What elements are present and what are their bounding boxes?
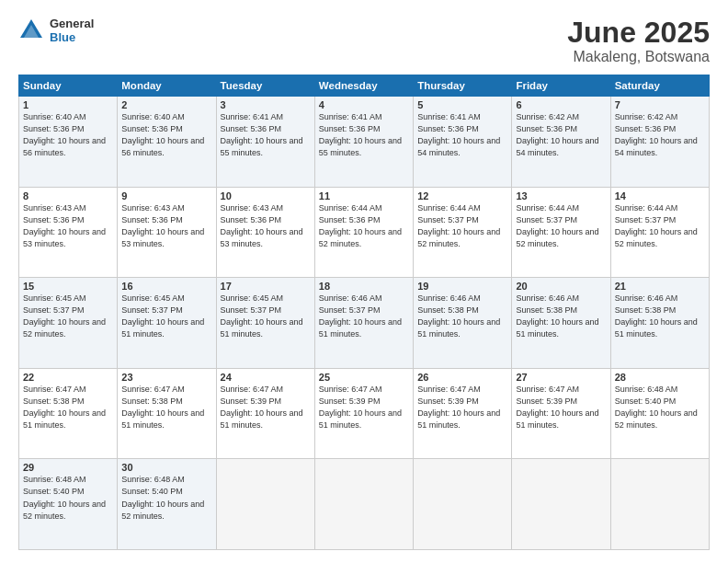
calendar-cell: 4Sunrise: 6:41 AMSunset: 5:36 PMDaylight… xyxy=(314,97,413,188)
day-info: Sunrise: 6:47 AMSunset: 5:39 PMDaylight:… xyxy=(319,384,409,431)
calendar-cell: 14Sunrise: 6:44 AMSunset: 5:37 PMDayligh… xyxy=(610,187,709,278)
calendar-cell: 30Sunrise: 6:48 AMSunset: 5:40 PMDayligh… xyxy=(118,459,216,550)
day-header-monday: Monday xyxy=(118,75,216,97)
calendar-cell: 5Sunrise: 6:41 AMSunset: 5:36 PMDaylight… xyxy=(414,97,512,188)
day-info: Sunrise: 6:40 AMSunset: 5:36 PMDaylight:… xyxy=(23,111,113,159)
day-info: Sunrise: 6:40 AMSunset: 5:36 PMDaylight:… xyxy=(121,111,211,159)
calendar-cell: 1Sunrise: 6:40 AMSunset: 5:36 PMDaylight… xyxy=(19,97,118,188)
day-number: 28 xyxy=(615,372,705,383)
day-number: 24 xyxy=(221,372,311,383)
day-info: Sunrise: 6:43 AMSunset: 5:36 PMDaylight:… xyxy=(221,202,311,250)
day-header-wednesday: Wednesday xyxy=(314,75,413,97)
week-row-1: 1Sunrise: 6:40 AMSunset: 5:36 PMDaylight… xyxy=(19,97,710,188)
calendar-cell xyxy=(610,459,709,550)
day-number: 18 xyxy=(319,281,409,292)
day-number: 21 xyxy=(615,281,705,292)
logo-general-label: General xyxy=(50,17,94,30)
day-number: 10 xyxy=(221,190,311,201)
logo-icon xyxy=(18,17,44,43)
calendar-cell: 15Sunrise: 6:45 AMSunset: 5:37 PMDayligh… xyxy=(19,278,118,369)
day-number: 20 xyxy=(516,281,606,292)
calendar-cell: 2Sunrise: 6:40 AMSunset: 5:36 PMDaylight… xyxy=(118,97,216,188)
day-info: Sunrise: 6:47 AMSunset: 5:39 PMDaylight:… xyxy=(417,384,507,431)
logo-text: General Blue xyxy=(50,17,94,44)
day-info: Sunrise: 6:45 AMSunset: 5:37 PMDaylight:… xyxy=(221,293,311,340)
calendar-cell: 27Sunrise: 6:47 AMSunset: 5:39 PMDayligh… xyxy=(512,368,610,459)
calendar-table: SundayMondayTuesdayWednesdayThursdayFrid… xyxy=(18,75,710,550)
calendar-cell: 20Sunrise: 6:46 AMSunset: 5:38 PMDayligh… xyxy=(512,278,610,369)
day-number: 22 xyxy=(23,372,113,383)
day-info: Sunrise: 6:43 AMSunset: 5:36 PMDaylight:… xyxy=(121,202,211,250)
day-info: Sunrise: 6:47 AMSunset: 5:38 PMDaylight:… xyxy=(121,384,211,431)
calendar-cell: 25Sunrise: 6:47 AMSunset: 5:39 PMDayligh… xyxy=(314,368,413,459)
calendar-title: June 2025 xyxy=(567,17,710,49)
day-header-sunday: Sunday xyxy=(19,75,118,97)
day-info: Sunrise: 6:47 AMSunset: 5:39 PMDaylight:… xyxy=(516,384,606,431)
day-number: 26 xyxy=(417,372,507,383)
day-info: Sunrise: 6:44 AMSunset: 5:36 PMDaylight:… xyxy=(319,202,409,250)
calendar-cell: 10Sunrise: 6:43 AMSunset: 5:36 PMDayligh… xyxy=(216,187,314,278)
calendar-cell: 9Sunrise: 6:43 AMSunset: 5:36 PMDaylight… xyxy=(118,187,216,278)
day-header-friday: Friday xyxy=(512,75,610,97)
day-number: 1 xyxy=(23,99,113,110)
day-header-thursday: Thursday xyxy=(414,75,512,97)
day-info: Sunrise: 6:42 AMSunset: 5:36 PMDaylight:… xyxy=(516,111,606,159)
day-info: Sunrise: 6:44 AMSunset: 5:37 PMDaylight:… xyxy=(615,202,705,250)
day-info: Sunrise: 6:46 AMSunset: 5:38 PMDaylight:… xyxy=(417,293,507,340)
calendar-cell: 11Sunrise: 6:44 AMSunset: 5:36 PMDayligh… xyxy=(314,187,413,278)
day-number: 15 xyxy=(23,281,113,292)
day-info: Sunrise: 6:42 AMSunset: 5:36 PMDaylight:… xyxy=(615,111,705,159)
calendar-cell: 13Sunrise: 6:44 AMSunset: 5:37 PMDayligh… xyxy=(512,187,610,278)
calendar-cell xyxy=(314,459,413,550)
calendar-cell: 22Sunrise: 6:47 AMSunset: 5:38 PMDayligh… xyxy=(19,368,118,459)
calendar-cell: 18Sunrise: 6:46 AMSunset: 5:37 PMDayligh… xyxy=(314,278,413,369)
day-number: 13 xyxy=(516,190,606,201)
calendar-cell: 23Sunrise: 6:47 AMSunset: 5:38 PMDayligh… xyxy=(118,368,216,459)
day-number: 5 xyxy=(417,99,507,110)
logo: General Blue xyxy=(18,17,94,44)
day-info: Sunrise: 6:47 AMSunset: 5:38 PMDaylight:… xyxy=(23,384,113,431)
week-row-4: 22Sunrise: 6:47 AMSunset: 5:38 PMDayligh… xyxy=(19,368,710,459)
page: General Blue June 2025 Makaleng, Botswan… xyxy=(0,0,728,563)
week-row-2: 8Sunrise: 6:43 AMSunset: 5:36 PMDaylight… xyxy=(19,187,710,278)
day-number: 29 xyxy=(23,462,113,473)
day-info: Sunrise: 6:46 AMSunset: 5:38 PMDaylight:… xyxy=(615,293,705,340)
calendar-cell: 16Sunrise: 6:45 AMSunset: 5:37 PMDayligh… xyxy=(118,278,216,369)
day-number: 12 xyxy=(417,190,507,201)
day-number: 6 xyxy=(516,99,606,110)
day-number: 2 xyxy=(121,99,211,110)
day-info: Sunrise: 6:48 AMSunset: 5:40 PMDaylight:… xyxy=(121,474,211,522)
day-number: 17 xyxy=(221,281,311,292)
calendar-cell: 26Sunrise: 6:47 AMSunset: 5:39 PMDayligh… xyxy=(414,368,512,459)
calendar-cell xyxy=(512,459,610,550)
day-info: Sunrise: 6:48 AMSunset: 5:40 PMDaylight:… xyxy=(615,384,705,431)
calendar-cell: 8Sunrise: 6:43 AMSunset: 5:36 PMDaylight… xyxy=(19,187,118,278)
calendar-cell: 7Sunrise: 6:42 AMSunset: 5:36 PMDaylight… xyxy=(610,97,709,188)
calendar-cell: 24Sunrise: 6:47 AMSunset: 5:39 PMDayligh… xyxy=(216,368,314,459)
day-number: 14 xyxy=(615,190,705,201)
day-info: Sunrise: 6:44 AMSunset: 5:37 PMDaylight:… xyxy=(516,202,606,250)
calendar-cell: 12Sunrise: 6:44 AMSunset: 5:37 PMDayligh… xyxy=(414,187,512,278)
day-number: 25 xyxy=(319,372,409,383)
day-info: Sunrise: 6:43 AMSunset: 5:36 PMDaylight:… xyxy=(23,202,113,250)
title-block: June 2025 Makaleng, Botswana xyxy=(567,17,710,65)
header: General Blue June 2025 Makaleng, Botswan… xyxy=(18,17,710,65)
day-number: 11 xyxy=(319,190,409,201)
calendar-cell xyxy=(414,459,512,550)
day-info: Sunrise: 6:47 AMSunset: 5:39 PMDaylight:… xyxy=(221,384,311,431)
calendar-cell: 19Sunrise: 6:46 AMSunset: 5:38 PMDayligh… xyxy=(414,278,512,369)
day-number: 9 xyxy=(121,190,211,201)
day-header-tuesday: Tuesday xyxy=(216,75,314,97)
calendar-cell: 17Sunrise: 6:45 AMSunset: 5:37 PMDayligh… xyxy=(216,278,314,369)
day-info: Sunrise: 6:45 AMSunset: 5:37 PMDaylight:… xyxy=(121,293,211,340)
day-info: Sunrise: 6:46 AMSunset: 5:38 PMDaylight:… xyxy=(516,293,606,340)
day-number: 7 xyxy=(615,99,705,110)
day-info: Sunrise: 6:41 AMSunset: 5:36 PMDaylight:… xyxy=(417,111,507,159)
day-headers-row: SundayMondayTuesdayWednesdayThursdayFrid… xyxy=(19,75,710,97)
day-number: 23 xyxy=(121,372,211,383)
day-info: Sunrise: 6:46 AMSunset: 5:37 PMDaylight:… xyxy=(319,293,409,340)
day-number: 16 xyxy=(121,281,211,292)
day-number: 27 xyxy=(516,372,606,383)
calendar-cell: 3Sunrise: 6:41 AMSunset: 5:36 PMDaylight… xyxy=(216,97,314,188)
calendar-cell: 29Sunrise: 6:48 AMSunset: 5:40 PMDayligh… xyxy=(19,459,118,550)
